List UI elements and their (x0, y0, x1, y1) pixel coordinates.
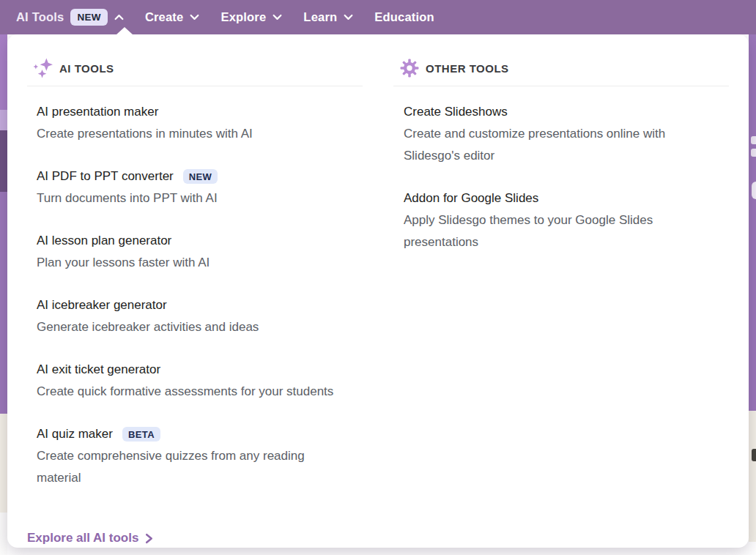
beta-badge: BETA (122, 427, 160, 442)
nav-item-label: AI Tools (16, 11, 64, 23)
menu-item-addon-for-google-slides[interactable]: Addon for Google Slides Apply Slidesgo t… (404, 187, 729, 253)
ai-tools-list: AI presentation maker Create presentatio… (37, 101, 363, 489)
menu-item-ai-icebreaker-generator[interactable]: AI icebreaker generator Generate icebrea… (37, 294, 363, 338)
menu-item-description: Create and customize presentations onlin… (404, 123, 714, 167)
chevron-down-icon (344, 14, 353, 21)
cropped-glyph-fragment (752, 449, 756, 461)
section-title: AI TOOLS (59, 63, 114, 74)
sparkles-icon (33, 57, 53, 79)
nav-item-explore[interactable]: Explore (220, 11, 282, 23)
new-badge: NEW (183, 169, 218, 184)
menu-item-description: Create quick formative assessments for y… (37, 381, 347, 403)
explore-all-ai-tools-link[interactable]: Explore all AI tools (27, 530, 153, 546)
other-tools-header: OTHER TOOLS (393, 57, 729, 79)
nav-item-education[interactable]: Education (374, 11, 434, 23)
menu-item-ai-lesson-plan-generator[interactable]: AI lesson plan generator Plan your lesso… (37, 230, 363, 274)
chevron-up-icon (114, 14, 124, 21)
gear-icon (400, 59, 419, 78)
nav-item-label: Create (145, 11, 184, 23)
menu-item-description: Plan your lessons faster with AI (37, 252, 347, 274)
nav-item-label: Explore (220, 11, 266, 23)
menu-item-description: Apply Slidesgo themes to your Google Sli… (404, 209, 714, 253)
nav-item-label: Education (374, 11, 434, 23)
footer-link-label: Explore all AI tools (27, 530, 138, 546)
page: AI Tools NEW Create Explore Learn Educ (0, 0, 756, 555)
cropped-text-fragment (751, 136, 756, 144)
menu-item-title: AI lesson plan generator (37, 230, 171, 252)
chevron-right-icon (145, 533, 153, 544)
section-divider (27, 86, 363, 86)
dropdown-caret (116, 27, 133, 35)
menu-item-title: Create Slideshows (404, 101, 508, 123)
menu-item-description: Turn documents into PPT with AI (37, 187, 347, 209)
menu-item-ai-pdf-to-ppt-converter[interactable]: AI PDF to PPT converter NEW Turn documen… (37, 165, 363, 209)
other-tools-list: Create Slideshows Create and customize p… (404, 101, 729, 253)
menu-item-title: AI icebreaker generator (37, 294, 167, 316)
menu-item-title: AI exit ticket generator (37, 359, 160, 381)
menu-item-title: AI presentation maker (37, 101, 158, 123)
menu-item-ai-quiz-maker[interactable]: AI quiz maker BETA Create comprehensive … (37, 423, 363, 489)
chevron-down-icon (190, 14, 199, 21)
section-title: OTHER TOOLS (426, 63, 509, 74)
nav-item-create[interactable]: Create (145, 11, 200, 23)
chevron-down-icon (273, 14, 282, 21)
menu-item-title: AI PDF to PPT converter (37, 165, 174, 187)
nav-item-label: Learn (303, 11, 337, 23)
nav-item-ai-tools[interactable]: AI Tools NEW (16, 9, 124, 26)
menu-item-ai-presentation-maker[interactable]: AI presentation maker Create presentatio… (37, 101, 363, 145)
menu-item-title: AI quiz maker (37, 423, 113, 445)
menu-item-description: Generate icebreaker activities and ideas (37, 316, 347, 338)
ai-tools-dropdown-panel: AI TOOLS AI presentation maker Create pr… (7, 34, 749, 548)
menu-item-description: Create presentations in minutes with AI (37, 123, 347, 145)
menu-item-description: Create comprehensive quizzes from any re… (37, 445, 347, 489)
section-divider (393, 86, 729, 86)
cropped-text-fragment (751, 149, 756, 157)
menu-item-create-slideshows[interactable]: Create Slideshows Create and customize p… (404, 101, 729, 167)
new-badge: NEW (70, 9, 107, 26)
top-navbar: AI Tools NEW Create Explore Learn Educ (0, 0, 756, 34)
menu-item-ai-exit-ticket-generator[interactable]: AI exit ticket generator Create quick fo… (37, 359, 363, 403)
menu-item-title: Addon for Google Slides (404, 187, 538, 209)
page-behind-left-edge (0, 34, 7, 555)
cropped-text-fragment (752, 182, 756, 199)
nav-item-learn[interactable]: Learn (303, 11, 353, 23)
other-tools-column: OTHER TOOLS Create Slideshows Create and… (393, 34, 729, 274)
ai-tools-header: AI TOOLS (27, 57, 363, 79)
ai-tools-column: AI TOOLS AI presentation maker Create pr… (27, 34, 363, 546)
page-behind-right-edge (749, 34, 756, 555)
